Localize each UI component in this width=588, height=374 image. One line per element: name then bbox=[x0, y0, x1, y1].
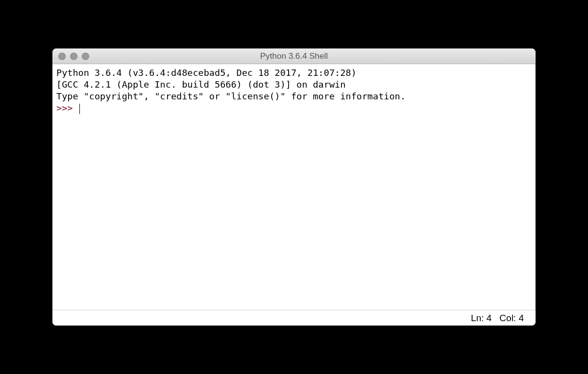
compiler-line: [GCC 4.2.1 (Apple Inc. build 5666) (dot … bbox=[56, 79, 345, 90]
version-line: Python 3.6.4 (v3.6.4:d48ecebad5, Dec 18 … bbox=[56, 68, 357, 78]
close-button[interactable] bbox=[58, 52, 66, 60]
text-cursor bbox=[79, 104, 80, 114]
window-title: Python 3.6.4 Shell bbox=[52, 51, 536, 61]
content-area: Python 3.6.4 (v3.6.4:d48ecebad5, Dec 18 … bbox=[52, 64, 536, 326]
prompt: >>> bbox=[56, 103, 78, 113]
zoom-button[interactable] bbox=[82, 52, 89, 60]
line-indicator: Ln: 4 bbox=[471, 313, 491, 324]
python-shell-window: Python 3.6.4 Shell Python 3.6.4 (v3.6.4:… bbox=[52, 48, 536, 326]
minimize-button[interactable] bbox=[70, 52, 77, 60]
column-indicator: Col: 4 bbox=[499, 313, 524, 324]
shell-text-area[interactable]: Python 3.6.4 (v3.6.4:d48ecebad5, Dec 18 … bbox=[52, 64, 536, 310]
traffic-lights bbox=[58, 52, 89, 60]
window-titlebar[interactable]: Python 3.6.4 Shell bbox=[52, 48, 536, 64]
status-bar: Ln: 4 Col: 4 bbox=[52, 310, 536, 326]
help-line: Type "copyright", "credits" or "license(… bbox=[56, 91, 406, 101]
